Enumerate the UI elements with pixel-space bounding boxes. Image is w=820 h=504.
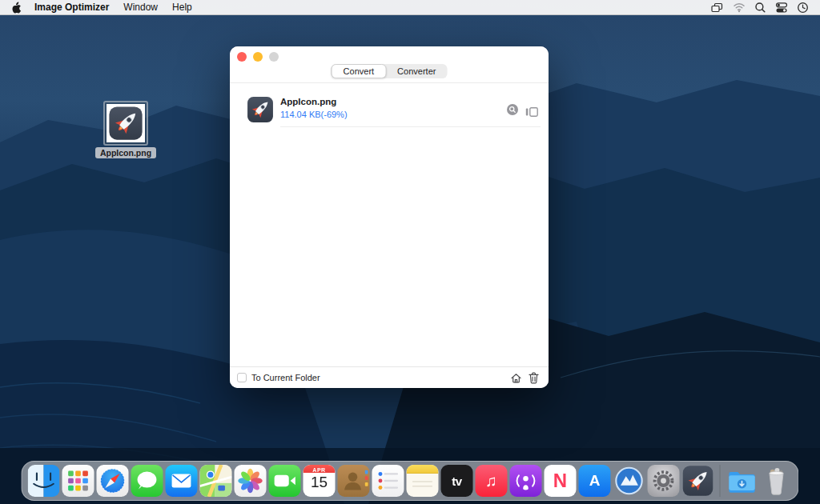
dock-icon-downloads-folder[interactable] xyxy=(726,465,758,497)
minimize-button[interactable] xyxy=(253,52,263,62)
dock-icon-messages[interactable] xyxy=(131,465,163,497)
music-note-glyph: ♫ xyxy=(476,465,508,497)
dock-icon-mountain-app[interactable] xyxy=(613,465,645,497)
dock-icon-safari[interactable] xyxy=(97,465,129,497)
desktop-file-thumbnail xyxy=(107,104,145,142)
calendar-month: APR xyxy=(303,467,336,473)
dock-icon-app-store[interactable]: A xyxy=(579,465,611,497)
news-glyph: N xyxy=(545,465,577,497)
dock-icon-trash[interactable] xyxy=(761,465,793,497)
dock-icon-calendar[interactable]: APR 15 xyxy=(303,465,336,497)
dock-icon-finder[interactable] xyxy=(28,465,60,497)
file-name: AppIcon.png xyxy=(280,97,336,106)
tab-convert[interactable]: Convert xyxy=(332,64,387,78)
app-store-glyph: A xyxy=(579,465,611,497)
wifi-icon[interactable] xyxy=(733,2,746,13)
notes-yellow-band xyxy=(407,465,439,474)
dock-icon-contacts[interactable] xyxy=(338,465,370,497)
dock-icon-tv[interactable]: tv xyxy=(441,465,473,497)
menu-item-help[interactable]: Help xyxy=(172,2,192,13)
file-row[interactable]: AppIcon.png 114.04 KB(-69%) xyxy=(230,94,549,128)
control-center-icon[interactable] xyxy=(775,2,788,14)
rocket-icon xyxy=(108,106,143,141)
file-thumbnail xyxy=(247,96,274,123)
menu-item-window[interactable]: Window xyxy=(123,2,158,13)
menu-app-name[interactable]: Image Optimizer xyxy=(34,2,109,13)
close-button[interactable] xyxy=(237,52,247,62)
dock: APR 15 tv ♫ xyxy=(22,461,799,501)
checkbox-label: To Current Folder xyxy=(251,367,320,389)
row-separator xyxy=(280,126,541,127)
menu-bar: Image Optimizer Window Help xyxy=(0,0,820,15)
dock-icon-photos[interactable] xyxy=(235,465,267,497)
dock-icon-notes[interactable] xyxy=(407,465,439,497)
dock-icon-maps[interactable] xyxy=(200,465,232,497)
spotlight-icon[interactable] xyxy=(754,2,766,14)
compare-icon[interactable] xyxy=(525,106,538,120)
zoom-button-disabled xyxy=(269,52,279,62)
dock-icon-reminders[interactable] xyxy=(372,465,404,497)
desktop-file-selection xyxy=(103,101,148,146)
dock-icon-facetime[interactable] xyxy=(269,465,301,497)
dock-icon-news[interactable]: N xyxy=(545,465,577,497)
dock-icon-music[interactable]: ♫ xyxy=(476,465,508,497)
dock-icon-mail[interactable] xyxy=(166,465,198,497)
calendar-day: 15 xyxy=(303,474,336,491)
dock-icon-system-preferences[interactable] xyxy=(648,465,680,497)
dock-icon-image-optimizer[interactable] xyxy=(682,465,714,497)
tv-glyph: tv xyxy=(441,465,473,497)
tab-converter[interactable]: Converter xyxy=(386,64,447,78)
quicklook-icon[interactable] xyxy=(507,104,518,118)
window-titlebar[interactable]: Convert Converter xyxy=(230,46,549,83)
dock-icon-launchpad[interactable] xyxy=(62,465,94,497)
desktop-file-label: AppIcon.png xyxy=(95,147,156,158)
to-current-folder-checkbox[interactable] xyxy=(237,373,247,382)
image-optimizer-window: Convert Converter AppIcon.png 114.04 KB(… xyxy=(230,46,549,388)
dock-divider xyxy=(720,465,721,497)
window-footer: To Current Folder xyxy=(230,366,549,388)
traffic-lights xyxy=(237,52,279,62)
apple-logo-icon[interactable] xyxy=(11,2,22,14)
mode-segmented-control: Convert Converter xyxy=(332,64,448,78)
displays-icon[interactable] xyxy=(710,2,724,14)
clock-icon[interactable] xyxy=(797,2,809,14)
file-size-savings: 114.04 KB(-69%) xyxy=(280,110,348,119)
rocket-icon xyxy=(247,96,274,123)
desktop-file-appicon[interactable]: AppIcon.png xyxy=(99,101,152,158)
dock-icon-podcasts[interactable] xyxy=(510,465,542,497)
trash-icon[interactable] xyxy=(529,372,539,387)
home-icon[interactable] xyxy=(510,372,522,387)
